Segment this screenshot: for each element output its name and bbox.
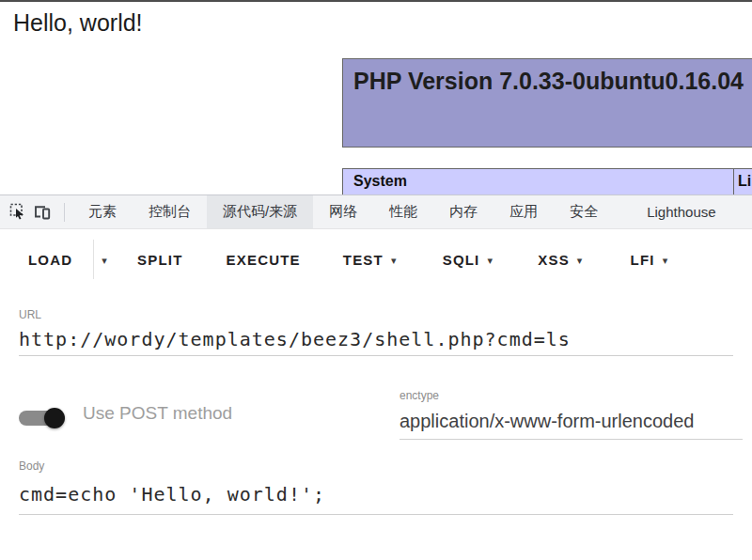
xss-dropdown-button[interactable]: XSS ▾ <box>538 252 583 268</box>
split-button[interactable]: SPLIT <box>137 252 183 268</box>
post-method-toggle[interactable] <box>19 408 66 428</box>
tabbar-separator <box>64 203 65 222</box>
devtools-tabbar: 元素 控制台 源代码/来源 网络 性能 内存 应用 安全 Lighthouse <box>0 194 752 229</box>
enctype-field-label: enctype <box>400 389 439 402</box>
toggle-device-toolbar-button[interactable] <box>30 199 55 226</box>
tab-security[interactable]: 安全 <box>554 195 614 228</box>
screen: Hello, world! PHP Version 7.0.33-0ubuntu… <box>0 0 752 560</box>
body-input[interactable] <box>19 474 733 515</box>
load-dropdown-caret-icon[interactable]: ▾ <box>102 255 108 267</box>
inspect-element-button[interactable] <box>6 199 30 226</box>
url-input[interactable] <box>19 322 733 356</box>
test-dropdown-button[interactable]: TEST ▾ <box>343 252 398 268</box>
toggle-thumb-icon <box>44 408 65 428</box>
page-hello-text: Hello, world! <box>13 9 143 37</box>
tab-lighthouse[interactable]: Lighthouse <box>631 195 731 228</box>
lfi-label: LFI <box>631 252 655 268</box>
phpinfo-title: PHP Version 7.0.33-0ubuntu0.16.04 <box>343 59 752 95</box>
xss-caret-icon: ▾ <box>577 255 584 267</box>
tab-console[interactable]: 控制台 <box>133 195 207 228</box>
device-toolbar-icon <box>33 204 52 221</box>
phpinfo-header-box: PHP Version 7.0.33-0ubuntu0.16.04 <box>342 58 752 148</box>
lfi-dropdown-button[interactable]: LFI ▾ <box>631 252 669 268</box>
tab-application[interactable]: 应用 <box>494 195 554 228</box>
test-label: TEST <box>343 252 384 268</box>
sqli-label: SQLI <box>443 252 480 268</box>
inspect-icon <box>9 203 27 221</box>
load-button[interactable]: LOAD <box>28 252 72 268</box>
tab-sources[interactable]: 源代码/来源 <box>207 195 313 228</box>
devtools-panel: 元素 控制台 源代码/来源 网络 性能 内存 应用 安全 Lighthouse … <box>0 194 752 560</box>
xss-label: XSS <box>538 252 570 268</box>
sqli-dropdown-button[interactable]: SQLI ▾ <box>443 252 494 268</box>
body-field-label: Body <box>19 459 44 473</box>
enctype-input[interactable] <box>400 403 743 440</box>
tab-memory[interactable]: 内存 <box>433 195 494 228</box>
page-top-border <box>0 0 752 2</box>
sqli-caret-icon: ▾ <box>487 255 494 267</box>
tab-elements[interactable]: 元素 <box>72 195 133 228</box>
tab-performance[interactable]: 性能 <box>373 195 433 228</box>
lfi-caret-icon: ▾ <box>663 255 669 267</box>
post-method-toggle-label: Use POST method <box>83 403 232 424</box>
tab-network[interactable]: 网络 <box>313 195 373 228</box>
panel-toolbar: LOAD ▾ SPLIT EXECUTE TEST ▾ SQLI ▾ XSS ▾… <box>0 229 752 289</box>
execute-button[interactable]: EXECUTE <box>227 252 301 268</box>
test-caret-icon: ▾ <box>391 255 398 267</box>
url-field-label: URL <box>19 308 41 321</box>
